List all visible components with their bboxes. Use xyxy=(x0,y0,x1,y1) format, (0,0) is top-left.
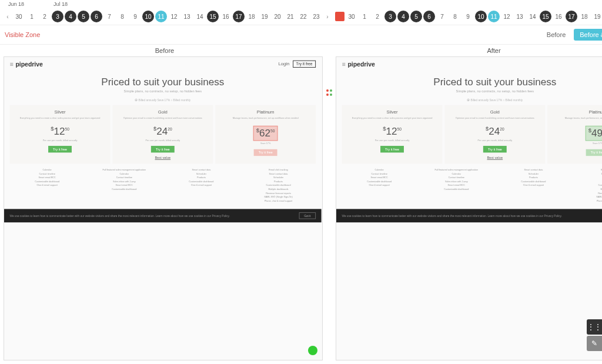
day-2[interactable]: 2 xyxy=(372,11,383,22)
plan-sub: Per user per month, billed annually xyxy=(447,139,543,142)
plan-name: Platinum xyxy=(550,109,602,115)
day-17[interactable]: 17 xyxy=(233,11,245,22)
brand-logo: pipedrive xyxy=(347,61,374,67)
day-14[interactable]: 14 xyxy=(527,11,539,22)
day-4[interactable]: 4 xyxy=(397,11,409,22)
day-5[interactable]: 5 xyxy=(410,11,422,22)
tool-edit-icon[interactable]: ✎ xyxy=(587,336,602,351)
plan-cta[interactable]: Try it free xyxy=(151,146,174,152)
day-19[interactable]: 19 xyxy=(259,11,270,22)
day-17[interactable]: 17 xyxy=(566,11,577,22)
plan-cta[interactable]: Try it free xyxy=(254,149,277,156)
plan-gold: Gold Optimize your email to create hard-… xyxy=(444,105,545,164)
plan-cta[interactable]: Try it free xyxy=(586,149,602,156)
billing-toggle[interactable]: ⦿ Billed annually Save 17% ○ Billed mont… xyxy=(336,98,602,102)
day-14[interactable]: 14 xyxy=(194,11,206,22)
day-15[interactable]: 15 xyxy=(207,11,219,22)
plan-cta[interactable]: Try it free xyxy=(483,146,506,152)
plan-name: Silver xyxy=(344,109,440,115)
day-12[interactable]: 12 xyxy=(501,11,513,22)
day-9[interactable]: 9 xyxy=(462,11,474,22)
day-11[interactable]: 11 xyxy=(155,11,167,22)
plan-name: Silver xyxy=(12,109,108,115)
hamburger-icon[interactable]: ≡ xyxy=(342,61,346,67)
day-10[interactable]: 10 xyxy=(142,11,154,22)
plan-cta[interactable]: Try it free xyxy=(48,146,71,152)
day-16[interactable]: 16 xyxy=(553,11,564,22)
day-16[interactable]: 16 xyxy=(220,11,232,22)
plan-silver: Silver Everything you need to create a c… xyxy=(342,105,443,164)
day-18[interactable]: 18 xyxy=(578,11,590,22)
day-10[interactable]: 10 xyxy=(475,11,487,22)
feature-columns: CalendarContact timelineSmart email BCCC… xyxy=(336,163,602,206)
plan-desc: Everything you need to create a clear sa… xyxy=(12,117,108,123)
mode-both[interactable]: Before & After xyxy=(574,29,602,41)
day-7[interactable]: 7 xyxy=(103,11,115,22)
cookie-gotit[interactable]: Got it xyxy=(299,212,316,219)
day-12[interactable]: 12 xyxy=(168,11,180,22)
day-18[interactable]: 18 xyxy=(246,11,257,22)
plan-sub: Per user per month, billed annually xyxy=(115,139,210,142)
cookie-banner: We use cookies to learn how to communica… xyxy=(336,209,602,222)
day-21[interactable]: 21 xyxy=(285,11,296,22)
brand-logo: pipedrive xyxy=(15,61,42,67)
hamburger-icon[interactable]: ≡ xyxy=(10,61,14,67)
plan-desc: Optimize your email to create hard-hitti… xyxy=(447,117,543,123)
page-subhead: Simple plans, no contracts, no setup, no… xyxy=(336,89,602,93)
day-30[interactable]: 30 xyxy=(13,11,25,22)
plan-silver: Silver Everything you need to create a c… xyxy=(10,105,111,164)
day-8[interactable]: 8 xyxy=(116,11,128,22)
plan-desc: Manage teams, track performance, set up … xyxy=(550,117,602,123)
day-20[interactable]: 20 xyxy=(272,11,283,22)
login-link[interactable]: Login xyxy=(279,62,290,67)
day-3[interactable]: 3 xyxy=(384,11,396,22)
day-11[interactable]: 11 xyxy=(488,11,500,22)
page-headline: Priced to suit your business xyxy=(4,76,322,88)
page-headline: Priced to suit your business xyxy=(336,76,602,88)
col-after-label: After xyxy=(329,47,602,54)
plan-cta[interactable]: Try it free xyxy=(380,146,403,152)
date-prev[interactable]: ‹ xyxy=(4,12,12,21)
day-9[interactable]: 9 xyxy=(129,11,141,22)
mode-before[interactable]: Before xyxy=(541,29,571,41)
day-22[interactable]: 22 xyxy=(297,11,309,22)
plan-price: $2420 xyxy=(447,126,543,138)
day-19[interactable]: 19 xyxy=(591,11,602,22)
day-2[interactable]: 2 xyxy=(39,11,51,22)
day-4[interactable]: 4 xyxy=(65,11,76,22)
day-1[interactable]: 1 xyxy=(359,11,370,22)
day-6[interactable]: 6 xyxy=(91,11,102,22)
day-15[interactable]: 15 xyxy=(540,11,551,22)
plan-platinum: Platinum Manage teams, track performance… xyxy=(547,105,602,164)
day-3[interactable]: 3 xyxy=(52,11,63,22)
day-5[interactable]: 5 xyxy=(78,11,89,22)
day-30[interactable]: 30 xyxy=(346,11,357,22)
plan-desc: Optimize your email to create hard-hitti… xyxy=(115,117,210,123)
billing-toggle[interactable]: ⦿ Billed annually Save 17% ○ Billed mont… xyxy=(4,98,322,102)
visible-zone-tab[interactable]: Visible Zone xyxy=(5,31,40,38)
day-13[interactable]: 13 xyxy=(181,11,193,22)
status-dot-icon xyxy=(308,346,317,355)
plan-sub: Save 17% xyxy=(550,142,602,145)
best-value-label: Best value xyxy=(115,156,210,159)
date-strip: ‹ 30123456789101112131415161718192021222… xyxy=(0,8,602,25)
tool-grid-icon[interactable]: ⋮⋮ xyxy=(587,319,602,335)
try-free-button[interactable]: Try it free xyxy=(293,61,316,68)
day-1[interactable]: 1 xyxy=(26,11,38,22)
day-13[interactable]: 13 xyxy=(514,11,526,22)
month-end: Jul 18 xyxy=(53,1,68,7)
day-7[interactable]: 7 xyxy=(436,11,448,22)
plan-gold: Gold Optimize your email to create hard-… xyxy=(112,105,213,164)
best-value-label: Best value xyxy=(447,156,543,159)
plan-sub: Per user per month, billed annually xyxy=(12,139,108,142)
date-next[interactable]: › xyxy=(323,12,332,21)
plan-sub: Per user per month, billed annually xyxy=(344,139,440,142)
day-23[interactable]: 23 xyxy=(310,11,322,22)
day-8[interactable]: 8 xyxy=(449,11,461,22)
plan-price: $1250 xyxy=(344,126,440,138)
calendar-icon[interactable] xyxy=(335,12,345,21)
day-6[interactable]: 6 xyxy=(423,11,435,22)
cookie-banner: We use cookies to learn how to communica… xyxy=(4,209,322,222)
pane-before: ≡ pipedrive Login Try it free Priced to … xyxy=(4,56,323,360)
plan-price: $6250 xyxy=(253,126,277,141)
